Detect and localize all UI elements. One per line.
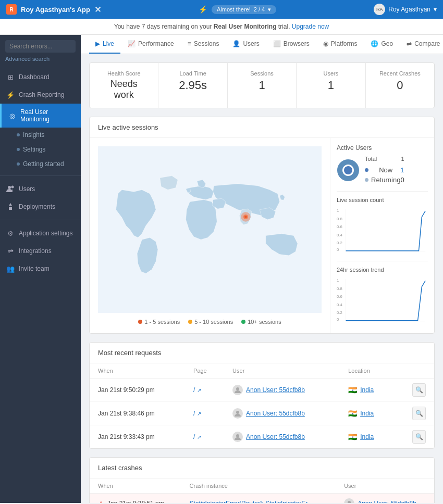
legend-item-5-10: 5 - 10 sessions xyxy=(188,319,233,325)
geo-icon: 🌐 xyxy=(371,40,378,47)
progress-count: 2 / 4 xyxy=(254,6,265,12)
magnify-button[interactable]: 🔍 xyxy=(412,407,426,420)
user-cell: Anon User: 55dcfb8b xyxy=(232,385,331,395)
crash-user-link[interactable]: Anon User: 55dcfb8b xyxy=(358,500,416,503)
cell-when: Jan 21st 9:38:46 pm xyxy=(90,402,185,425)
users-icon xyxy=(6,185,15,193)
menu-icon[interactable]: ✕ xyxy=(94,5,101,15)
recent-requests-header: Most recent requests xyxy=(90,343,434,363)
cell-magnify: 🔍 xyxy=(395,402,434,425)
magnify-button[interactable]: 🔍 xyxy=(412,430,426,444)
tab-compare[interactable]: ⇌ Compare xyxy=(400,35,443,54)
user-area: RA Roy Agasthyan ▾ xyxy=(374,4,437,15)
legend-dot xyxy=(138,320,142,324)
anon-user-link[interactable]: Anon User: 55dcfb8b xyxy=(246,386,305,394)
cell-user: Anon User: 55dcfb8b xyxy=(224,402,340,425)
country-link[interactable]: India xyxy=(360,410,374,417)
tab-users[interactable]: 👤 Users xyxy=(226,35,265,54)
sidebar-item-rum[interactable]: ◎ Real User Monitoring xyxy=(0,104,81,128)
sidebar-sub-insights[interactable]: Insights xyxy=(0,128,81,142)
crashes-table: When Crash instance User ⚠ Jan 21st 9:38… xyxy=(90,478,434,503)
stat-value: 0 xyxy=(376,79,424,92)
performance-icon: 📈 xyxy=(128,40,136,47)
search-input[interactable] xyxy=(5,40,76,53)
tab-label: Browsers xyxy=(284,40,310,47)
active-users-title: Active Users xyxy=(337,144,428,152)
legend-dot xyxy=(241,320,245,324)
sidebar-item-label: Crash Reporting xyxy=(19,91,64,98)
cell-user: Anon User: 55dcfb8b xyxy=(224,425,340,449)
sidebar-item-dashboard[interactable]: ⊞ Dashboard xyxy=(0,68,81,86)
stat-users: Users 1 xyxy=(297,63,365,108)
now-row: Now 1 xyxy=(365,165,404,175)
sidebar-item-users[interactable]: Users xyxy=(0,180,81,198)
user-avatar xyxy=(344,498,354,503)
tab-live[interactable]: ▶ Live xyxy=(89,35,120,54)
active-users-details: Total 1 Now 1 xyxy=(365,156,404,185)
page-link[interactable]: / ↗ xyxy=(193,433,216,440)
sidebar-item-crash-reporting[interactable]: ⚡ Crash Reporting xyxy=(0,86,81,104)
country-link[interactable]: India xyxy=(360,433,374,440)
progress-pill: Almost there! 2 / 4 ▾ xyxy=(212,5,276,14)
anon-user-link[interactable]: Anon User: 55dcfb8b xyxy=(246,433,305,440)
cell-location: 🇮🇳 India xyxy=(340,425,395,449)
anon-user-link[interactable]: Anon User: 55dcfb8b xyxy=(246,410,305,417)
layout: Advanced search ⊞ Dashboard ⚡ Crash Repo… xyxy=(0,35,443,503)
recent-requests-table: When Page User Location Jan 21st 9:50:29… xyxy=(90,363,434,448)
legend-dot xyxy=(188,320,192,324)
invite-icon: 👥 xyxy=(6,264,15,273)
sidebar-sub-settings[interactable]: Settings xyxy=(0,142,81,157)
crash-link[interactable]: StaticInjectorError[Router]: StaticInjec… xyxy=(190,500,313,503)
upgrade-link[interactable]: Upgrade now xyxy=(292,23,329,30)
cell-when: ⚠ Jan 21st 9:38:51 pm xyxy=(90,494,181,503)
stat-value: 1 xyxy=(238,79,286,92)
stat-health-score: Health Score Needs work xyxy=(90,63,158,108)
svg-text:0.4: 0.4 xyxy=(337,233,342,237)
flag-icon: 🇮🇳 xyxy=(348,433,357,441)
svg-point-5 xyxy=(244,216,247,218)
tab-browsers[interactable]: ⬜ Browsers xyxy=(267,35,316,54)
settings-icon: ⚙ xyxy=(6,229,15,237)
page-link[interactable]: / ↗ xyxy=(193,386,216,394)
advanced-search-link[interactable]: Advanced search xyxy=(0,56,81,66)
app-name: Roy Agasthyan's App xyxy=(21,6,90,14)
table-header: When Page User Location xyxy=(90,363,434,379)
platforms-icon: ◉ xyxy=(323,40,328,47)
col-page: Page xyxy=(185,363,224,379)
user-cell: Anon User: 55dcfb8b xyxy=(232,432,331,442)
active-users-panel: Active Users Total 1 xyxy=(330,138,434,333)
stat-label: Load Time xyxy=(169,70,216,77)
lightning-icon: ⚡ xyxy=(199,5,207,14)
sidebar-section-main: ⊞ Dashboard ⚡ Crash Reporting ◎ Real Use… xyxy=(0,66,81,173)
active-users-widget: Active Users Total 1 xyxy=(337,144,428,185)
sidebar-item-app-settings[interactable]: ⚙ Application settings xyxy=(0,224,81,242)
svg-point-1 xyxy=(11,186,14,188)
tab-sessions[interactable]: ≡ Sessions xyxy=(181,35,226,54)
cell-when: Jan 21st 9:33:43 pm xyxy=(90,425,185,449)
tab-label: Users xyxy=(243,40,259,47)
page-link[interactable]: / ↗ xyxy=(193,410,216,417)
trial-highlight: Real User Monitoring xyxy=(214,23,277,30)
col-when: When xyxy=(90,478,181,494)
tab-performance[interactable]: 📈 Performance xyxy=(121,35,180,54)
magnify-button[interactable]: 🔍 xyxy=(412,383,426,397)
sidebar-item-integrations[interactable]: ⇌ Integrations xyxy=(0,242,81,260)
sidebar-item-deployments[interactable]: Deployments xyxy=(0,198,81,216)
cell-magnify: 🔍 xyxy=(395,379,434,402)
map-area: 1 - 5 sessions 5 - 10 sessions 10+ sessi… xyxy=(90,138,330,333)
sidebar-divider-2 xyxy=(0,220,81,220)
active-users-donut: Total 1 Now 1 xyxy=(337,156,428,185)
country-link[interactable]: India xyxy=(360,386,374,394)
stat-value: Needs work xyxy=(100,79,147,100)
sidebar-item-invite-team[interactable]: 👥 Invite team xyxy=(0,260,81,278)
stat-label: Health Score xyxy=(100,70,147,77)
tab-platforms[interactable]: ◉ Platforms xyxy=(317,35,364,54)
sidebar-sub-getting-started[interactable]: Getting started xyxy=(0,157,81,171)
crashes-header-row: When Crash instance User xyxy=(90,478,434,494)
svg-text:0: 0 xyxy=(337,317,339,322)
location-cell: 🇮🇳 India xyxy=(348,409,386,418)
top-bar: R Roy Agasthyan's App ✕ ⚡ Almost there! … xyxy=(0,0,443,19)
returning-dot xyxy=(365,178,368,182)
tab-geo[interactable]: 🌐 Geo xyxy=(364,35,399,54)
crash-when-text: Jan 21st 9:38:51 pm xyxy=(107,500,164,503)
